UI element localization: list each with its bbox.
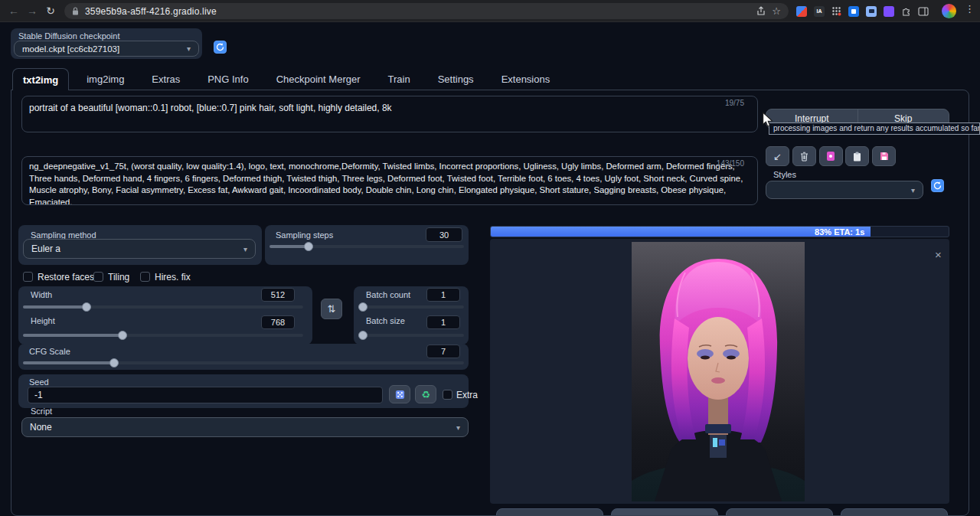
extensions-puzzle-icon[interactable]	[901, 6, 911, 16]
extension-icon-2[interactable]	[848, 6, 859, 17]
browser-toolbar: ← → ↻ 359e5b9a-a5ff-4216.gradio.live ☆ I…	[0, 0, 980, 22]
lock-icon	[72, 7, 79, 15]
address-bar[interactable]: 359e5b9a-a5ff-4216.gradio.live ☆	[64, 3, 789, 19]
tab-png-info[interactable]: PNG Info	[198, 68, 258, 90]
extension-strip: IA	[796, 3, 929, 19]
extension-icon-ia[interactable]: IA	[814, 6, 825, 17]
browser-back-button[interactable]: ←	[6, 3, 21, 18]
txt2img-panel	[11, 90, 969, 516]
profile-avatar[interactable]	[942, 4, 956, 18]
checkpoint-refresh-button[interactable]	[214, 41, 227, 54]
bookmark-star-icon[interactable]: ☆	[772, 6, 781, 16]
apps-grid-icon[interactable]	[831, 6, 841, 16]
tab-train[interactable]: Train	[378, 68, 420, 90]
checkpoint-label: Stable Diffusion checkpoint	[18, 31, 120, 41]
extension-icon-3[interactable]	[866, 6, 877, 17]
tab-txt2img[interactable]: txt2img	[12, 68, 69, 90]
extension-icon-4[interactable]	[884, 6, 894, 17]
chevron-down-icon: ▾	[187, 44, 191, 53]
tab-extras[interactable]: Extras	[142, 68, 190, 90]
browser-menu-icon[interactable]: ⋮	[965, 3, 975, 15]
browser-forward-button[interactable]: →	[24, 3, 40, 18]
checkpoint-value: model.ckpt [cc6cb27103]	[22, 44, 119, 54]
url-text[interactable]: 359e5b9a-a5ff-4216.gradio.live	[85, 6, 217, 17]
tab-img2img[interactable]: img2img	[77, 68, 134, 90]
tab-extensions[interactable]: Extensions	[492, 68, 560, 90]
tab-bar: txt2img img2img Extras PNG Info Checkpoi…	[12, 68, 560, 90]
checkpoint-dropdown[interactable]: model.ckpt [cc6cb27103] ▾	[14, 41, 199, 57]
extension-icon-1[interactable]	[796, 6, 807, 17]
side-panel-icon[interactable]	[918, 7, 929, 16]
tab-settings[interactable]: Settings	[428, 68, 484, 90]
browser-refresh-button[interactable]: ↻	[43, 3, 58, 18]
share-icon[interactable]	[756, 6, 766, 16]
tooltip: processing images and return any results…	[769, 122, 980, 135]
refresh-icon	[216, 43, 224, 51]
cursor-pointer-icon	[762, 112, 773, 131]
tab-checkpoint-merger[interactable]: Checkpoint Merger	[266, 68, 371, 90]
